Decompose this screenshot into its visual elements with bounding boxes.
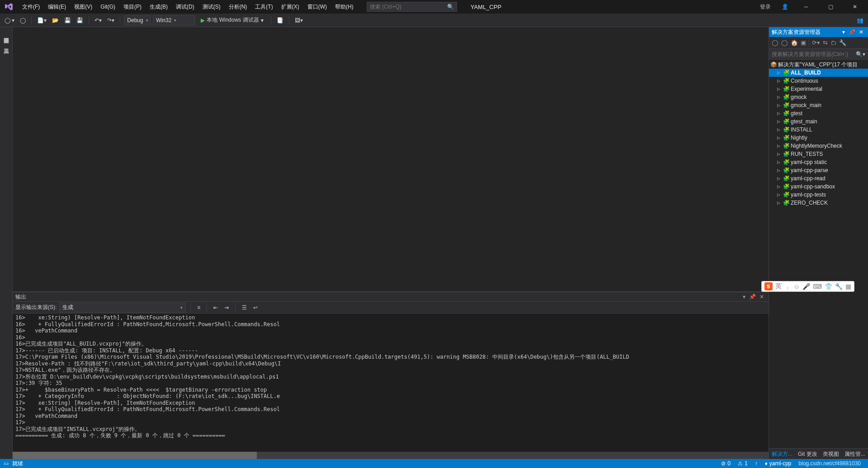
ime-menu-icon[interactable]: ▦ bbox=[845, 283, 851, 290]
show-all-icon[interactable]: 🗀 bbox=[830, 39, 836, 46]
status-errors[interactable]: ⊘ 0 bbox=[717, 460, 734, 467]
expand-icon[interactable]: ▷ bbox=[777, 111, 783, 116]
global-search-input[interactable] bbox=[370, 4, 447, 10]
menu-extensions[interactable]: 扩展(X) bbox=[277, 0, 303, 14]
redo-button[interactable]: ↷▾ bbox=[105, 16, 116, 24]
horizontal-scrollbar[interactable] bbox=[13, 452, 769, 459]
expand-icon[interactable]: ▷ bbox=[777, 192, 783, 197]
menu-analyze[interactable]: 分析(N) bbox=[225, 0, 251, 14]
menu-view[interactable]: 视图(V) bbox=[70, 0, 96, 14]
global-search[interactable]: 🔍 bbox=[367, 2, 457, 12]
project-yaml-cpp-tests[interactable]: ▷🧩yaml-cpp-tests bbox=[769, 191, 868, 199]
menu-project[interactable]: 项目(P) bbox=[119, 0, 146, 14]
project-all-build[interactable]: ▷🧩ALL_BUILD bbox=[769, 69, 868, 77]
project-gmock[interactable]: ▷🧩gmock bbox=[769, 93, 868, 101]
indent-more-icon[interactable]: ⇥ bbox=[222, 304, 231, 312]
tab-class-view[interactable]: 类视图 bbox=[820, 449, 842, 459]
tool-extra1[interactable]: 📑 bbox=[275, 16, 285, 24]
goto-prev-button[interactable]: ≡ bbox=[195, 304, 202, 312]
close-button[interactable]: ✕ bbox=[844, 0, 865, 14]
server-explorer-tab[interactable]: 服务器资源管理器 bbox=[1, 32, 11, 35]
menu-tools[interactable]: 工具(T) bbox=[251, 0, 277, 14]
new-item-button[interactable]: 📄▾ bbox=[35, 16, 48, 24]
scrollbar-thumb[interactable] bbox=[13, 452, 257, 459]
expand-icon[interactable]: ▷ bbox=[777, 87, 783, 91]
nav-fwd-button[interactable]: ◯ bbox=[18, 16, 28, 24]
dropdown-icon[interactable]: ▾ bbox=[741, 294, 747, 300]
expand-icon[interactable]: ▷ bbox=[777, 201, 783, 205]
expand-icon[interactable]: ▷ bbox=[777, 95, 783, 99]
solution-root[interactable]: 📦 解决方案"YAML_CPP"(17 个项目 bbox=[769, 61, 868, 69]
menu-build[interactable]: 生成(B) bbox=[146, 0, 172, 14]
expand-icon[interactable]: ▷ bbox=[777, 160, 783, 164]
tab-solution[interactable]: 解决方... bbox=[769, 449, 795, 459]
project-gtest[interactable]: ▷🧩gtest bbox=[769, 109, 868, 117]
start-debug-button[interactable]: ▶ 本地 Windows 调试器 ▾ bbox=[197, 15, 267, 25]
project-nightlymemorycheck[interactable]: ▷🧩NightlyMemoryCheck bbox=[769, 142, 868, 150]
project-continuous[interactable]: ▷🧩Continuous bbox=[769, 77, 868, 85]
nav-back-button[interactable]: ◯ ▾ bbox=[3, 16, 16, 24]
menu-git[interactable]: Git(G) bbox=[96, 0, 119, 14]
platform-dropdown[interactable]: Win32▾ bbox=[153, 15, 195, 25]
project-gtest-main[interactable]: ▷🧩gtest_main bbox=[769, 117, 868, 126]
menu-test[interactable]: 测试(S) bbox=[198, 0, 225, 14]
ime-lang[interactable]: 英 bbox=[775, 282, 782, 290]
project-run-tests[interactable]: ▷🧩RUN_TESTS bbox=[769, 150, 868, 158]
output-text[interactable]: 16> xe:String) [Resolve-Path], ItemNotFo… bbox=[13, 314, 769, 452]
menu-edit[interactable]: 编辑(E) bbox=[44, 0, 70, 14]
login-link[interactable]: 登录 bbox=[756, 0, 774, 14]
maximize-button[interactable]: ▢ bbox=[820, 0, 841, 14]
minimize-button[interactable]: ─ bbox=[796, 0, 816, 14]
close-icon[interactable]: ✕ bbox=[758, 294, 766, 300]
home-icon[interactable]: 🏠 bbox=[791, 39, 798, 46]
save-all-button[interactable]: 💾 bbox=[75, 16, 85, 24]
output-source-dropdown[interactable]: 生成 ▾ bbox=[59, 303, 186, 313]
sync-icon[interactable]: ⟳▾ bbox=[812, 39, 820, 46]
clear-all-button[interactable]: ☰ bbox=[240, 304, 249, 312]
expand-icon[interactable]: ▷ bbox=[777, 184, 783, 189]
expand-icon[interactable]: ▷ bbox=[777, 103, 783, 108]
ime-tool-icon[interactable]: 🔧 bbox=[835, 283, 843, 290]
config-dropdown[interactable]: Debug▾ bbox=[124, 15, 151, 25]
refresh-icon[interactable]: ⇆ bbox=[823, 39, 828, 46]
project-install[interactable]: ▷🧩INSTALL bbox=[769, 126, 868, 134]
ime-toolbar[interactable]: S 英 ， ☺ 🎤 ⌨ 👕 🔧 ▦ bbox=[761, 281, 854, 292]
project-yaml-cpp-parse[interactable]: ▷🧩yaml-cpp-parse bbox=[769, 166, 868, 174]
expand-icon[interactable]: ▷ bbox=[777, 119, 783, 124]
project-experimental[interactable]: ▷🧩Experimental bbox=[769, 85, 868, 93]
solution-search[interactable]: 🔍▾ bbox=[769, 49, 868, 60]
project-yaml-cpp-read[interactable]: ▷🧩yaml-cpp-read bbox=[769, 174, 868, 183]
menu-file[interactable]: 文件(F) bbox=[18, 0, 44, 14]
save-button[interactable]: 💾 bbox=[62, 16, 73, 24]
expand-icon[interactable]: ▷ bbox=[777, 79, 783, 83]
expand-icon[interactable]: ▷ bbox=[777, 176, 783, 181]
project-yaml-cpp-static[interactable]: ▷🧩yaml-cpp static bbox=[769, 158, 868, 166]
word-wrap-button[interactable]: ↩ bbox=[251, 304, 259, 312]
solution-search-input[interactable] bbox=[772, 51, 856, 57]
fwd-icon[interactable]: ◯ bbox=[781, 39, 788, 46]
ime-skin-icon[interactable]: 👕 bbox=[825, 283, 832, 290]
expand-icon[interactable]: ▷ bbox=[777, 127, 783, 132]
status-branch[interactable]: ♦ yaml-cpp bbox=[761, 460, 795, 467]
back-icon[interactable]: ◯ bbox=[772, 39, 778, 46]
expand-icon[interactable]: ▷ bbox=[777, 144, 783, 148]
menu-debug[interactable]: 调试(D) bbox=[172, 0, 198, 14]
open-button[interactable]: 📂 bbox=[50, 16, 61, 24]
tab-properties[interactable]: 属性管... bbox=[842, 449, 868, 459]
indent-less-icon[interactable]: ⇤ bbox=[212, 304, 220, 312]
menu-help[interactable]: 帮助(H) bbox=[331, 0, 358, 14]
status-warnings[interactable]: ⚠ 1 bbox=[734, 460, 751, 467]
pin-icon[interactable]: 📌 bbox=[847, 29, 857, 35]
user-icon[interactable]: 👤 bbox=[778, 1, 792, 13]
expand-icon[interactable]: ▷ bbox=[777, 70, 783, 75]
project-nightly[interactable]: ▷🧩Nightly bbox=[769, 134, 868, 142]
properties-icon[interactable]: 🔧 bbox=[839, 39, 846, 46]
status-vc-icon[interactable]: ↑ bbox=[751, 460, 761, 467]
expand-icon[interactable]: ▷ bbox=[777, 168, 783, 173]
close-icon[interactable]: ✕ bbox=[857, 29, 865, 35]
expand-icon[interactable]: ▷ bbox=[777, 136, 783, 140]
dropdown-icon[interactable]: ▾ bbox=[840, 29, 847, 35]
live-share-icon[interactable]: 👥 bbox=[855, 16, 865, 24]
expand-icon[interactable]: ▷ bbox=[777, 152, 783, 156]
ime-face-icon[interactable]: ☺ bbox=[793, 283, 800, 290]
